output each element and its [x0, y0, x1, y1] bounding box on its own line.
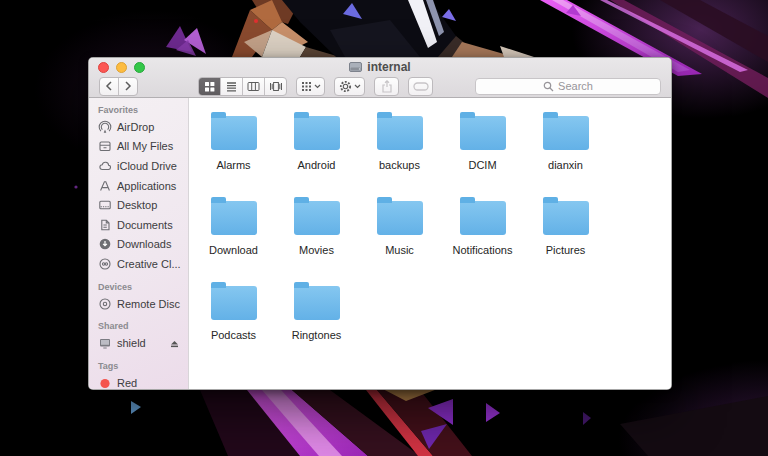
file-view[interactable]: Alarms Android backups DCIM dianxin Down…	[189, 98, 671, 390]
eject-icon[interactable]	[169, 338, 180, 349]
folder-label: dianxin	[548, 159, 583, 171]
arrange-button[interactable]	[296, 77, 325, 96]
search-icon	[543, 81, 554, 92]
folder-icon	[543, 201, 589, 235]
window-body: Favorites AirDrop All My Files iCloud Dr…	[89, 98, 671, 390]
sidebar-item-red[interactable]: Red	[89, 373, 188, 390]
folder-icon	[211, 116, 257, 150]
sidebar-item-desktop[interactable]: Desktop	[89, 195, 188, 215]
folder-item-dcim[interactable]: DCIM	[441, 106, 524, 191]
folder-item-movies[interactable]: Movies	[275, 191, 358, 276]
finder-window: internal	[88, 57, 672, 390]
nav-buttons	[99, 77, 138, 96]
action-button[interactable]	[334, 77, 365, 96]
folder-label: Ringtones	[292, 329, 342, 341]
folder-icon	[294, 286, 340, 320]
column-view-button[interactable]	[243, 78, 265, 95]
sidebar-section-title: Devices	[98, 282, 188, 292]
sidebar-item-all-my-files[interactable]: All My Files	[89, 137, 188, 157]
back-button[interactable]	[100, 78, 119, 95]
share-button[interactable]	[374, 77, 399, 96]
all-my-files-icon	[98, 139, 112, 153]
folder-item-download[interactable]: Download	[192, 191, 275, 276]
folder-label: Download	[209, 244, 258, 256]
folder-label: Podcasts	[211, 329, 256, 341]
folder-item-ringtones[interactable]: Ringtones	[275, 276, 358, 361]
sidebar-item-shield[interactable]: shield	[89, 333, 188, 353]
list-view-button[interactable]	[221, 78, 243, 95]
desktop-icon	[98, 198, 112, 212]
gear-icon	[339, 80, 352, 93]
folder-label: Android	[298, 159, 336, 171]
icloud-icon	[98, 159, 112, 173]
sidebar-section-title: Favorites	[98, 105, 188, 115]
folder-label: Music	[385, 244, 414, 256]
folder-item-podcasts[interactable]: Podcasts	[192, 276, 275, 361]
window-title-text: internal	[367, 60, 410, 74]
folder-icon	[377, 116, 423, 150]
folder-item-alarms[interactable]: Alarms	[192, 106, 275, 191]
folder-icon	[377, 201, 423, 235]
display-icon	[98, 336, 112, 350]
internal-drive-icon	[349, 62, 362, 72]
red-tag-icon	[98, 376, 112, 390]
applications-icon	[98, 179, 112, 193]
toolbar: Search	[89, 75, 671, 97]
folder-icon	[294, 201, 340, 235]
folder-grid: Alarms Android backups DCIM dianxin Down…	[192, 106, 671, 361]
sidebar-item-airdrop[interactable]: AirDrop	[89, 117, 188, 137]
sidebar-item-documents[interactable]: Documents	[89, 215, 188, 235]
folder-item-pictures[interactable]: Pictures	[524, 191, 607, 276]
sidebar-item-icloud-drive[interactable]: iCloud Drive	[89, 156, 188, 176]
sidebar-item-applications[interactable]: Applications	[89, 176, 188, 196]
icon-view-button[interactable]	[199, 78, 221, 95]
folder-label: DCIM	[468, 159, 496, 171]
folder-item-music[interactable]: Music	[358, 191, 441, 276]
creative-cloud-icon	[98, 257, 112, 271]
folder-item-notifications[interactable]: Notifications	[441, 191, 524, 276]
folder-label: Pictures	[546, 244, 586, 256]
disc-icon	[98, 297, 112, 311]
view-mode-control	[198, 77, 287, 96]
chevron-down-icon	[314, 84, 321, 89]
sidebar-item-downloads[interactable]: Downloads	[89, 235, 188, 255]
search-area: Search	[475, 78, 661, 95]
folder-item-backups[interactable]: backups	[358, 106, 441, 191]
sidebar-item-creative-cl[interactable]: Creative Cl...	[89, 254, 188, 274]
airdrop-icon	[98, 120, 112, 134]
folder-item-dianxin[interactable]: dianxin	[524, 106, 607, 191]
sidebar-item-remote-disc[interactable]: Remote Disc	[89, 294, 188, 314]
search-placeholder: Search	[558, 80, 593, 92]
folder-icon	[460, 201, 506, 235]
chevron-down-icon	[354, 84, 361, 89]
window-title: internal	[89, 60, 671, 74]
coverflow-view-button[interactable]	[265, 78, 286, 95]
folder-icon	[211, 286, 257, 320]
folder-label: backups	[379, 159, 420, 171]
folder-label: Alarms	[216, 159, 250, 171]
folder-item-android[interactable]: Android	[275, 106, 358, 191]
tag-icon	[413, 82, 429, 91]
folder-label: Notifications	[453, 244, 513, 256]
tag-button[interactable]	[408, 77, 433, 96]
sidebar-section-title: Shared	[98, 321, 188, 331]
folder-icon	[460, 116, 506, 150]
folder-icon	[211, 201, 257, 235]
folder-label: Movies	[299, 244, 334, 256]
folder-icon	[543, 116, 589, 150]
forward-button[interactable]	[119, 78, 137, 95]
sidebar: Favorites AirDrop All My Files iCloud Dr…	[89, 98, 189, 390]
folder-icon	[294, 116, 340, 150]
downloads-icon	[98, 237, 112, 251]
search-input[interactable]: Search	[475, 78, 661, 95]
share-icon	[381, 80, 393, 93]
titlebar[interactable]: internal	[89, 58, 671, 98]
sidebar-section-title: Tags	[98, 361, 188, 371]
documents-icon	[98, 218, 112, 232]
